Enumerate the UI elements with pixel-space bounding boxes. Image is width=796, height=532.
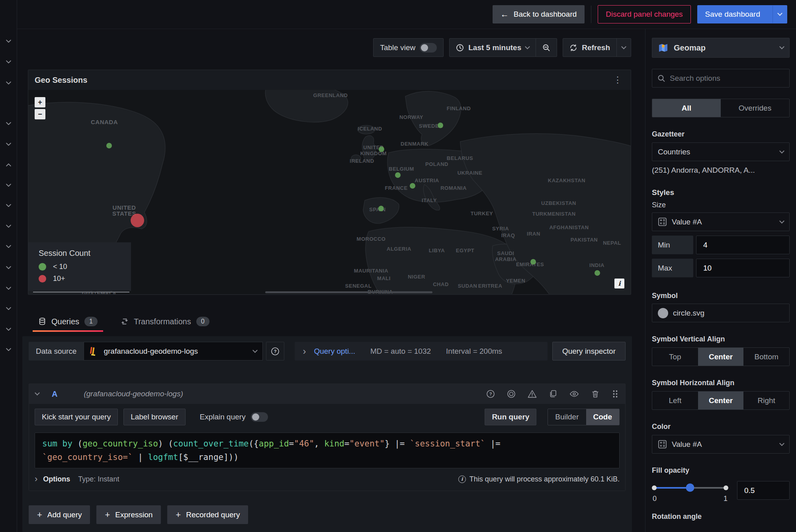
option-center[interactable]: Center xyxy=(698,392,744,409)
collapse-chevron-icon[interactable] xyxy=(4,325,13,333)
svg-text:?: ? xyxy=(489,392,492,396)
map-data-point xyxy=(131,214,144,227)
option-right[interactable]: Right xyxy=(743,392,789,409)
time-range-picker[interactable]: Last 5 minutes xyxy=(450,39,536,57)
logql-code-editor[interactable]: sum by (geo_country_iso) (count_over_tim… xyxy=(35,433,620,468)
panel-menu-icon[interactable]: ⋮ xyxy=(611,75,624,85)
query-help-icon[interactable]: ? xyxy=(486,390,495,398)
map-legend: Session Count < 1010+ xyxy=(28,242,131,291)
symbol-vertical-align-label: Symbol Vertical Align xyxy=(652,335,790,343)
back-arrow-icon: ← xyxy=(501,10,509,19)
option-center[interactable]: Center xyxy=(698,348,744,366)
expression-button[interactable]: + Expression xyxy=(96,505,161,524)
options-view-tabs: AllOverrides xyxy=(652,99,790,117)
query-options-row: › Options Type: Instant i This query wil… xyxy=(35,475,620,483)
option-top[interactable]: Top xyxy=(652,348,698,366)
delete-query-trash-icon[interactable] xyxy=(591,390,600,398)
color-label: Color xyxy=(652,423,790,431)
plus-icon: + xyxy=(176,511,181,519)
symbol-value: circle.svg xyxy=(673,309,704,318)
map-zoom-out-button[interactable]: − xyxy=(35,109,45,119)
drag-handle-icon[interactable] xyxy=(612,389,619,399)
collapse-chevron-icon[interactable] xyxy=(4,58,13,66)
record-query-icon[interactable] xyxy=(507,390,516,398)
tab-queries[interactable]: Queries 1 xyxy=(33,311,103,332)
visualization-picker[interactable]: Geomap xyxy=(652,38,790,58)
run-query-button[interactable]: Run query xyxy=(485,409,536,425)
discard-panel-changes-button[interactable]: Discard panel changes xyxy=(598,5,690,23)
tab-transformations[interactable]: Transformations 0 xyxy=(115,311,215,332)
collapse-chevron-icon[interactable] xyxy=(4,161,13,169)
discard-label: Discard panel changes xyxy=(606,10,683,19)
size-field-select[interactable]: Value #A xyxy=(652,212,790,231)
symbol-horizontal-align-label: Symbol Horizontal Align xyxy=(652,379,790,387)
collapse-chevron-icon[interactable] xyxy=(4,181,13,189)
collapse-chevron-icon[interactable] xyxy=(4,304,13,313)
query-options-link[interactable]: Query opti... xyxy=(314,347,355,356)
option-left[interactable]: Left xyxy=(652,392,698,409)
datasource-help-button[interactable]: ? xyxy=(266,342,284,361)
min-row: Min xyxy=(652,236,790,254)
save-dashboard-button[interactable]: Save dashboard xyxy=(697,5,787,23)
collapse-chevron-icon[interactable] xyxy=(4,119,13,128)
collapse-chevron-icon[interactable] xyxy=(4,284,13,292)
save-dashboard-menu-button[interactable] xyxy=(773,6,787,23)
refresh-group: Refresh xyxy=(563,38,631,57)
slider-knob[interactable] xyxy=(686,483,694,492)
collapse-chevron-icon[interactable] xyxy=(4,37,13,45)
duplicate-query-icon[interactable] xyxy=(549,390,557,398)
query-inspector-button[interactable]: Query inspector xyxy=(552,342,626,361)
color-field-select[interactable]: Value #A xyxy=(652,435,790,454)
fill-opacity-input[interactable] xyxy=(737,481,790,500)
collapse-chevron-icon[interactable] xyxy=(4,201,13,210)
collapse-chevron-icon[interactable] xyxy=(4,263,13,272)
table-view-toggle[interactable] xyxy=(420,43,437,53)
hide-query-eye-icon[interactable] xyxy=(569,390,579,398)
recorded-query-button[interactable]: + Recorded query xyxy=(167,505,248,524)
map-data-point xyxy=(378,206,384,211)
chevron-right-icon[interactable]: › xyxy=(35,475,37,483)
search-options-input[interactable] xyxy=(670,74,784,83)
query-editor-toolbar: Kick start your query Label browser Expl… xyxy=(35,408,620,426)
label-browser-button[interactable]: Label browser xyxy=(123,409,185,425)
map-scroll-indicator[interactable] xyxy=(265,291,432,293)
refresh-icon xyxy=(569,44,577,52)
gazetteer-select[interactable]: Countries xyxy=(652,142,790,161)
max-input[interactable] xyxy=(696,259,790,277)
add-query-button[interactable]: + Add query xyxy=(29,505,90,524)
collapse-chevron-icon[interactable] xyxy=(4,79,13,87)
kick-start-query-button[interactable]: Kick start your query xyxy=(35,409,118,425)
collapse-chevron-icon[interactable] xyxy=(4,345,13,354)
collapse-query-chevron-icon[interactable] xyxy=(35,390,40,396)
panel-title: Geo Sessions xyxy=(35,76,87,85)
refresh-interval-button[interactable] xyxy=(617,39,631,57)
zoom-out-time-button[interactable] xyxy=(536,39,557,57)
min-input[interactable] xyxy=(696,236,790,254)
query-row-actions: ? xyxy=(486,389,619,399)
geomap-canvas[interactable]: CANADAGREENLANDICELANDFINLANDNORWAYSWEDE… xyxy=(28,90,631,294)
option-bottom[interactable]: Bottom xyxy=(743,348,789,366)
option-overrides[interactable]: Overrides xyxy=(721,99,789,117)
explain-query-toggle[interactable] xyxy=(251,412,268,422)
options-label[interactable]: Options xyxy=(43,475,70,483)
collapse-chevron-icon[interactable] xyxy=(4,140,13,148)
map-zoom-in-button[interactable]: + xyxy=(35,97,45,107)
map-attribution-button[interactable]: i xyxy=(614,279,624,288)
back-to-dashboard-button[interactable]: ← Back to dashboard xyxy=(493,5,585,23)
warning-icon[interactable] xyxy=(528,390,537,398)
builder-option[interactable]: Builder xyxy=(548,409,586,425)
query-row-header[interactable]: A (grafanacloud-geodemo-logs) ? xyxy=(29,384,625,404)
fill-opacity-slider[interactable] xyxy=(652,483,728,492)
fill-opacity-label: Fill opacity xyxy=(652,466,790,475)
collapse-chevron-icon[interactable] xyxy=(4,222,13,230)
map-scale-line xyxy=(33,292,129,292)
symbol-select[interactable]: circle.svg xyxy=(652,304,790,322)
code-option[interactable]: Code xyxy=(586,409,620,425)
refresh-button[interactable]: Refresh xyxy=(563,39,616,57)
option-all[interactable]: All xyxy=(652,99,721,117)
styles-heading: Styles xyxy=(652,188,790,197)
collapse-chevron-icon[interactable] xyxy=(4,242,13,251)
chevron-right-icon[interactable]: › xyxy=(303,347,306,356)
datasource-picker[interactable]: grafanacloud-geodemo-logs xyxy=(84,342,263,361)
queries-section: Data source grafanacloud-geodemo-logs ? … xyxy=(22,336,632,532)
